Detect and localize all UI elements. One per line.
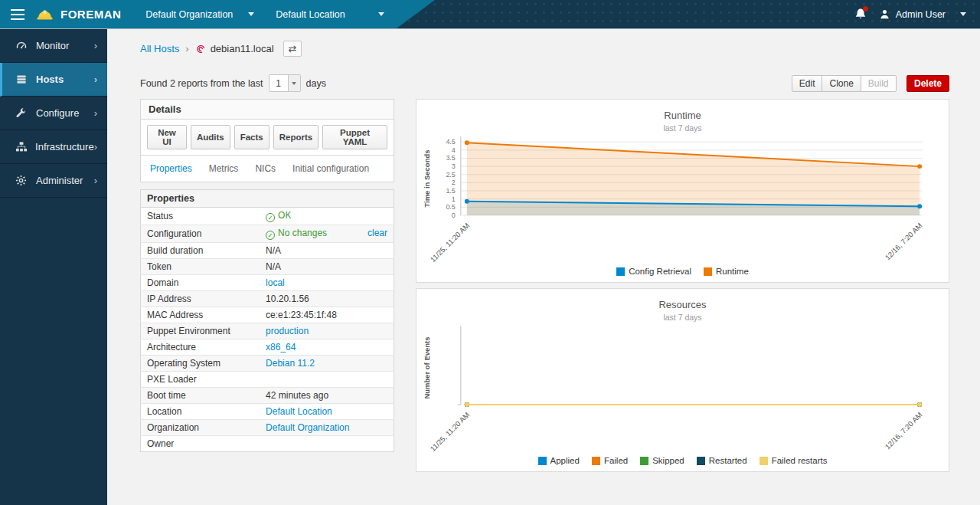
- host-name: debian11.local: [211, 43, 274, 54]
- prop-value: ✓OK: [260, 208, 394, 225]
- prop-value: 42 minutes ago: [260, 388, 394, 404]
- chevron-down-icon: [378, 12, 384, 16]
- legend-item-skipped[interactable]: Skipped: [640, 456, 684, 465]
- prop-value-link[interactable]: production: [266, 326, 309, 336]
- legend-item-applied[interactable]: Applied: [538, 456, 580, 465]
- prop-row-pxe-loader: PXE Loader: [141, 372, 394, 388]
- sidebar-item-monitor[interactable]: Monitor›: [0, 29, 107, 63]
- prop-value: 10.20.1.56: [260, 291, 394, 307]
- select-caret-icon: [288, 75, 300, 91]
- legend-label: Applied: [550, 456, 580, 465]
- legend-swatch: [616, 267, 625, 276]
- reports-toolbar: Found 2 reports from the last 1 days Edi…: [140, 74, 949, 92]
- report-days-select[interactable]: 1: [269, 74, 301, 92]
- prop-value: [260, 372, 394, 388]
- sidebar-item-administer[interactable]: Administer›: [0, 164, 107, 198]
- clear-link[interactable]: clear: [368, 228, 387, 238]
- prop-value-link[interactable]: local: [266, 277, 285, 288]
- properties-table: Properties Status✓OKConfiguration✓No cha…: [140, 189, 394, 452]
- organization-selector[interactable]: Default Organization: [135, 0, 265, 28]
- prop-value-link[interactable]: Default Location: [266, 406, 332, 417]
- clone-button[interactable]: Clone: [822, 75, 861, 92]
- debian-os-icon: [195, 44, 206, 54]
- location-selector[interactable]: Default Location: [265, 0, 395, 28]
- sidebar-item-infrastructure[interactable]: Infrastructure›: [0, 130, 107, 164]
- edit-button[interactable]: Edit: [792, 75, 823, 92]
- legend-item-restarted[interactable]: Restarted: [697, 456, 747, 465]
- details-buttons-row: New UIAuditsFactsReportsPuppet YAML: [141, 120, 394, 156]
- sidebar-item-configure[interactable]: Configure›: [0, 97, 107, 130]
- prop-value-link[interactable]: x86_64: [266, 342, 296, 353]
- build-button[interactable]: Build: [861, 75, 897, 92]
- svg-text:3.5: 3.5: [446, 154, 455, 162]
- prop-row-build-duration: Build durationN/A: [141, 243, 394, 259]
- legend-swatch: [697, 457, 705, 465]
- legend-item-config-retrieval[interactable]: Config Retrieval: [616, 267, 691, 276]
- prop-label: Owner: [141, 436, 260, 452]
- ok-circle-icon: ✓: [266, 213, 275, 222]
- details-button-puppet-yaml[interactable]: Puppet YAML: [322, 125, 387, 149]
- legend-item-runtime[interactable]: Runtime: [704, 267, 749, 276]
- prop-row-owner: Owner: [141, 436, 394, 452]
- prop-label: Domain: [141, 275, 260, 291]
- details-button-reports[interactable]: Reports: [273, 125, 318, 149]
- prop-value-link[interactable]: Debian 11.2: [266, 358, 315, 369]
- chart-plot-runtime: 00.511.522.533.544.5Time in Seconds11/25…: [416, 133, 949, 266]
- prop-row-mac-address: MAC Addressce:e1:23:45:1f:48: [141, 307, 394, 323]
- svg-text:2: 2: [452, 179, 456, 186]
- hamburger-menu-icon[interactable]: [0, 0, 35, 28]
- prop-value-link[interactable]: Default Organization: [266, 422, 349, 433]
- prop-row-status: Status✓OK: [141, 208, 394, 225]
- prop-row-ip-address: IP Address10.20.1.56: [141, 291, 394, 307]
- foreman-logo[interactable]: FOREMAN: [35, 6, 121, 23]
- tab-nics[interactable]: NICs: [255, 163, 276, 174]
- legend-swatch: [704, 267, 712, 276]
- breadcrumb-all-hosts-link[interactable]: All Hosts: [140, 43, 179, 54]
- sidebar-item-label: Infrastructure: [35, 141, 94, 152]
- legend-label: Failed: [604, 456, 628, 465]
- chart-legend-runtime: Config RetrievalRuntime: [416, 267, 949, 276]
- host-switcher-button[interactable]: ⇄: [283, 41, 302, 57]
- chart-subtitle: last 7 days: [416, 123, 949, 133]
- prop-value: [260, 436, 394, 452]
- status-ok-text: OK: [278, 210, 291, 221]
- svg-text:1: 1: [452, 195, 456, 203]
- sitemap-icon: [15, 141, 28, 153]
- reports-text-before: Found 2 reports from the last: [140, 78, 263, 89]
- sidebar-item-label: Monitor: [36, 40, 69, 51]
- svg-text:11/25, 11:20 AM: 11/25, 11:20 AM: [429, 221, 472, 264]
- svg-text:4: 4: [452, 146, 456, 154]
- sidebar-item-hosts[interactable]: Hosts›: [0, 63, 107, 97]
- prop-row-architecture: Architecturex86_64: [141, 339, 394, 356]
- sidebar-item-label: Administer: [36, 175, 83, 186]
- prop-label: Boot time: [141, 388, 260, 404]
- prop-value: x86_64: [260, 339, 394, 356]
- chart-subtitle: last 7 days: [416, 313, 949, 322]
- tab-metrics[interactable]: Metrics: [209, 163, 239, 174]
- organization-selector-label: Default Organization: [145, 9, 233, 20]
- details-button-facts[interactable]: Facts: [234, 125, 270, 149]
- svg-text:0: 0: [452, 212, 456, 219]
- prop-label: Location: [141, 404, 260, 420]
- details-column: Details New UIAuditsFactsReportsPuppet Y…: [140, 99, 394, 452]
- charts-column: Runtimelast 7 days00.511.522.533.544.5Ti…: [416, 99, 949, 472]
- svg-text:1.5: 1.5: [446, 187, 455, 195]
- user-menu[interactable]: Admin User: [879, 8, 966, 20]
- tab-properties[interactable]: Properties: [150, 163, 192, 174]
- prop-value: N/A: [260, 243, 394, 259]
- svg-text:Time in Seconds: Time in Seconds: [423, 150, 431, 208]
- svg-text:12/16, 7:20 AM: 12/16, 7:20 AM: [884, 221, 924, 261]
- notifications-button[interactable]: [854, 8, 867, 21]
- legend-item-failed-restarts[interactable]: Failed restarts: [760, 456, 828, 465]
- delete-button[interactable]: Delete: [906, 75, 949, 92]
- server-icon: [15, 74, 28, 86]
- svg-text:4.5: 4.5: [446, 138, 455, 146]
- ok-circle-icon: ✓: [266, 231, 275, 240]
- user-icon: [879, 8, 890, 20]
- tab-initial-configuration[interactable]: Initial configuration: [292, 163, 369, 174]
- chevron-right-icon: ›: [94, 141, 97, 152]
- details-button-audits[interactable]: Audits: [191, 125, 230, 149]
- notification-badge: [863, 6, 868, 11]
- details-button-new-ui[interactable]: New UI: [147, 125, 187, 149]
- legend-item-failed[interactable]: Failed: [592, 456, 628, 465]
